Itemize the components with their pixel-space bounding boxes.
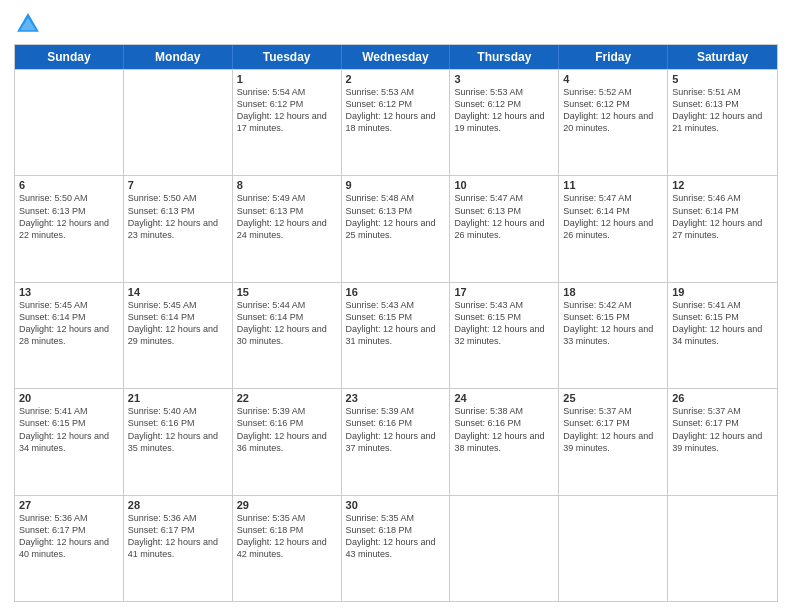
calendar-cell xyxy=(668,496,777,601)
day-info: Sunrise: 5:40 AM Sunset: 6:16 PM Dayligh… xyxy=(128,405,228,454)
calendar-cell: 15Sunrise: 5:44 AM Sunset: 6:14 PM Dayli… xyxy=(233,283,342,388)
day-number: 11 xyxy=(563,179,663,191)
day-info: Sunrise: 5:39 AM Sunset: 6:16 PM Dayligh… xyxy=(237,405,337,454)
calendar-cell: 29Sunrise: 5:35 AM Sunset: 6:18 PM Dayli… xyxy=(233,496,342,601)
day-number: 6 xyxy=(19,179,119,191)
day-info: Sunrise: 5:35 AM Sunset: 6:18 PM Dayligh… xyxy=(346,512,446,561)
calendar-cell xyxy=(559,496,668,601)
calendar-cell: 6Sunrise: 5:50 AM Sunset: 6:13 PM Daylig… xyxy=(15,176,124,281)
day-number: 14 xyxy=(128,286,228,298)
day-number: 3 xyxy=(454,73,554,85)
calendar-cell: 12Sunrise: 5:46 AM Sunset: 6:14 PM Dayli… xyxy=(668,176,777,281)
calendar-header-cell: Monday xyxy=(124,45,233,69)
calendar-cell: 4Sunrise: 5:52 AM Sunset: 6:12 PM Daylig… xyxy=(559,70,668,175)
day-number: 18 xyxy=(563,286,663,298)
day-number: 22 xyxy=(237,392,337,404)
calendar-cell: 10Sunrise: 5:47 AM Sunset: 6:13 PM Dayli… xyxy=(450,176,559,281)
day-info: Sunrise: 5:39 AM Sunset: 6:16 PM Dayligh… xyxy=(346,405,446,454)
calendar-header-cell: Wednesday xyxy=(342,45,451,69)
calendar-header-cell: Tuesday xyxy=(233,45,342,69)
day-number: 29 xyxy=(237,499,337,511)
calendar-cell: 17Sunrise: 5:43 AM Sunset: 6:15 PM Dayli… xyxy=(450,283,559,388)
day-number: 17 xyxy=(454,286,554,298)
day-info: Sunrise: 5:53 AM Sunset: 6:12 PM Dayligh… xyxy=(454,86,554,135)
day-info: Sunrise: 5:53 AM Sunset: 6:12 PM Dayligh… xyxy=(346,86,446,135)
day-number: 1 xyxy=(237,73,337,85)
calendar-cell: 5Sunrise: 5:51 AM Sunset: 6:13 PM Daylig… xyxy=(668,70,777,175)
day-number: 2 xyxy=(346,73,446,85)
day-number: 25 xyxy=(563,392,663,404)
day-number: 8 xyxy=(237,179,337,191)
calendar-cell xyxy=(124,70,233,175)
day-info: Sunrise: 5:46 AM Sunset: 6:14 PM Dayligh… xyxy=(672,192,773,241)
day-info: Sunrise: 5:51 AM Sunset: 6:13 PM Dayligh… xyxy=(672,86,773,135)
page: SundayMondayTuesdayWednesdayThursdayFrid… xyxy=(0,0,792,612)
calendar-cell: 25Sunrise: 5:37 AM Sunset: 6:17 PM Dayli… xyxy=(559,389,668,494)
logo xyxy=(14,10,46,38)
calendar-cell: 21Sunrise: 5:40 AM Sunset: 6:16 PM Dayli… xyxy=(124,389,233,494)
day-number: 12 xyxy=(672,179,773,191)
calendar-cell: 11Sunrise: 5:47 AM Sunset: 6:14 PM Dayli… xyxy=(559,176,668,281)
day-number: 15 xyxy=(237,286,337,298)
day-info: Sunrise: 5:41 AM Sunset: 6:15 PM Dayligh… xyxy=(19,405,119,454)
calendar-header-cell: Thursday xyxy=(450,45,559,69)
calendar-cell: 9Sunrise: 5:48 AM Sunset: 6:13 PM Daylig… xyxy=(342,176,451,281)
day-number: 21 xyxy=(128,392,228,404)
calendar-cell: 23Sunrise: 5:39 AM Sunset: 6:16 PM Dayli… xyxy=(342,389,451,494)
calendar-row: 20Sunrise: 5:41 AM Sunset: 6:15 PM Dayli… xyxy=(15,388,777,494)
day-info: Sunrise: 5:36 AM Sunset: 6:17 PM Dayligh… xyxy=(128,512,228,561)
logo-icon xyxy=(14,10,42,38)
day-number: 5 xyxy=(672,73,773,85)
day-info: Sunrise: 5:49 AM Sunset: 6:13 PM Dayligh… xyxy=(237,192,337,241)
day-number: 9 xyxy=(346,179,446,191)
day-number: 28 xyxy=(128,499,228,511)
day-info: Sunrise: 5:43 AM Sunset: 6:15 PM Dayligh… xyxy=(346,299,446,348)
calendar-cell: 16Sunrise: 5:43 AM Sunset: 6:15 PM Dayli… xyxy=(342,283,451,388)
day-info: Sunrise: 5:41 AM Sunset: 6:15 PM Dayligh… xyxy=(672,299,773,348)
day-info: Sunrise: 5:36 AM Sunset: 6:17 PM Dayligh… xyxy=(19,512,119,561)
calendar-header-cell: Sunday xyxy=(15,45,124,69)
calendar-cell: 18Sunrise: 5:42 AM Sunset: 6:15 PM Dayli… xyxy=(559,283,668,388)
day-number: 20 xyxy=(19,392,119,404)
calendar-header-row: SundayMondayTuesdayWednesdayThursdayFrid… xyxy=(15,45,777,69)
day-number: 4 xyxy=(563,73,663,85)
calendar-body: 1Sunrise: 5:54 AM Sunset: 6:12 PM Daylig… xyxy=(15,69,777,601)
calendar-cell xyxy=(450,496,559,601)
day-info: Sunrise: 5:50 AM Sunset: 6:13 PM Dayligh… xyxy=(128,192,228,241)
calendar-cell: 1Sunrise: 5:54 AM Sunset: 6:12 PM Daylig… xyxy=(233,70,342,175)
day-number: 26 xyxy=(672,392,773,404)
calendar-cell: 3Sunrise: 5:53 AM Sunset: 6:12 PM Daylig… xyxy=(450,70,559,175)
day-info: Sunrise: 5:45 AM Sunset: 6:14 PM Dayligh… xyxy=(128,299,228,348)
calendar-cell: 24Sunrise: 5:38 AM Sunset: 6:16 PM Dayli… xyxy=(450,389,559,494)
calendar-header-cell: Friday xyxy=(559,45,668,69)
day-info: Sunrise: 5:37 AM Sunset: 6:17 PM Dayligh… xyxy=(672,405,773,454)
day-number: 10 xyxy=(454,179,554,191)
day-info: Sunrise: 5:48 AM Sunset: 6:13 PM Dayligh… xyxy=(346,192,446,241)
day-info: Sunrise: 5:44 AM Sunset: 6:14 PM Dayligh… xyxy=(237,299,337,348)
calendar-cell: 30Sunrise: 5:35 AM Sunset: 6:18 PM Dayli… xyxy=(342,496,451,601)
day-info: Sunrise: 5:50 AM Sunset: 6:13 PM Dayligh… xyxy=(19,192,119,241)
day-info: Sunrise: 5:37 AM Sunset: 6:17 PM Dayligh… xyxy=(563,405,663,454)
calendar-cell: 7Sunrise: 5:50 AM Sunset: 6:13 PM Daylig… xyxy=(124,176,233,281)
calendar-cell: 26Sunrise: 5:37 AM Sunset: 6:17 PM Dayli… xyxy=(668,389,777,494)
day-number: 27 xyxy=(19,499,119,511)
calendar-header-cell: Saturday xyxy=(668,45,777,69)
calendar-cell xyxy=(15,70,124,175)
calendar-cell: 13Sunrise: 5:45 AM Sunset: 6:14 PM Dayli… xyxy=(15,283,124,388)
calendar: SundayMondayTuesdayWednesdayThursdayFrid… xyxy=(14,44,778,602)
calendar-cell: 14Sunrise: 5:45 AM Sunset: 6:14 PM Dayli… xyxy=(124,283,233,388)
day-number: 7 xyxy=(128,179,228,191)
header xyxy=(14,10,778,38)
day-info: Sunrise: 5:38 AM Sunset: 6:16 PM Dayligh… xyxy=(454,405,554,454)
day-number: 19 xyxy=(672,286,773,298)
calendar-cell: 8Sunrise: 5:49 AM Sunset: 6:13 PM Daylig… xyxy=(233,176,342,281)
day-info: Sunrise: 5:52 AM Sunset: 6:12 PM Dayligh… xyxy=(563,86,663,135)
calendar-row: 6Sunrise: 5:50 AM Sunset: 6:13 PM Daylig… xyxy=(15,175,777,281)
calendar-cell: 19Sunrise: 5:41 AM Sunset: 6:15 PM Dayli… xyxy=(668,283,777,388)
day-info: Sunrise: 5:42 AM Sunset: 6:15 PM Dayligh… xyxy=(563,299,663,348)
day-info: Sunrise: 5:47 AM Sunset: 6:13 PM Dayligh… xyxy=(454,192,554,241)
calendar-row: 1Sunrise: 5:54 AM Sunset: 6:12 PM Daylig… xyxy=(15,69,777,175)
day-info: Sunrise: 5:45 AM Sunset: 6:14 PM Dayligh… xyxy=(19,299,119,348)
calendar-row: 27Sunrise: 5:36 AM Sunset: 6:17 PM Dayli… xyxy=(15,495,777,601)
day-info: Sunrise: 5:43 AM Sunset: 6:15 PM Dayligh… xyxy=(454,299,554,348)
